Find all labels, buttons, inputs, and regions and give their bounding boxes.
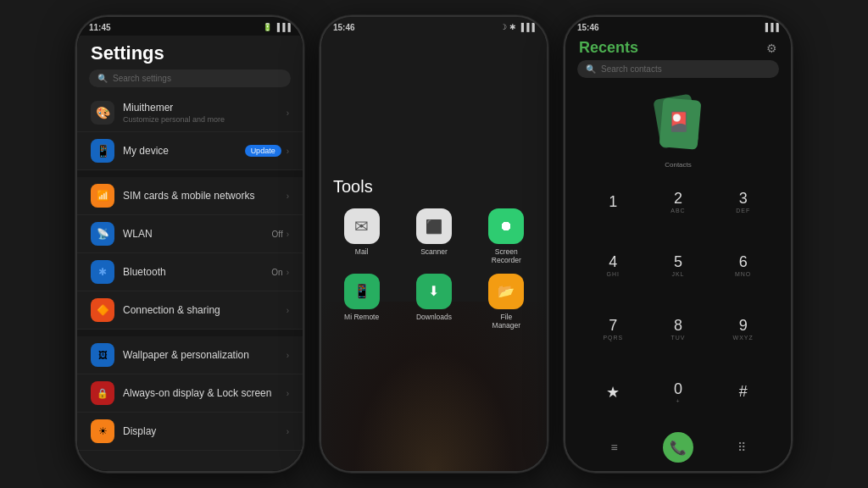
dial-hash: #	[739, 383, 748, 401]
dial-pad: 1 2 ABC 3 DEF 4 GHI 5 JKL	[565, 169, 791, 427]
bluetooth-icon: ✱	[91, 260, 114, 284]
app-item-downloads[interactable]: ⬇ Downloads	[402, 274, 465, 330]
wallpaper-text: Wallpaper & personalization	[123, 349, 287, 361]
divider-1	[77, 170, 303, 177]
file-manager-label: File Manager	[492, 313, 521, 330]
settings-item-sim[interactable]: 📶 SIM cards & mobile networks ›	[77, 177, 303, 215]
chevron-miuithemer: ›	[287, 108, 289, 118]
miuithemer-label: Miuithemer	[123, 102, 287, 114]
chevron-wallpaper: ›	[287, 351, 289, 360]
card-stack: 🎴	[653, 92, 704, 152]
dial-num-6: 6	[739, 253, 748, 271]
dial-sub-4: GHI	[607, 271, 620, 277]
search-icon: 🔍	[97, 74, 108, 83]
scanner-label: Scanner	[420, 247, 448, 256]
miuithemer-text: Miuithemer Customize personal and more	[123, 102, 287, 123]
bt-icon: ✱	[509, 23, 516, 31]
settings-item-miuithemer[interactable]: 🎨 Miuithemer Customize personal and more…	[77, 94, 303, 132]
status-bar-1: 11:45 🔋 ▐▐▐	[77, 17, 303, 36]
settings-item-wallpaper[interactable]: 🖼 Wallpaper & personalization ›	[77, 336, 303, 374]
app-item-file-manager[interactable]: 📂 File Manager	[475, 274, 538, 330]
dial-num-9: 9	[739, 317, 748, 335]
aod-icon: 🔒	[91, 381, 114, 405]
screen-recorder-icon: ⏺	[488, 208, 524, 244]
connection-icon: 🔶	[91, 298, 114, 322]
dial-key-star[interactable]: ★	[582, 362, 644, 422]
divider-2	[77, 330, 303, 336]
dial-key-1[interactable]: 1	[582, 172, 644, 232]
status-icons-1: 🔋 ▐▐▐	[263, 23, 291, 31]
dial-key-hash[interactable]: #	[712, 362, 774, 422]
dial-num-2: 2	[674, 190, 682, 208]
connection-text: Connection & sharing	[123, 304, 287, 316]
phone-tools: 15:46 ☽ ✱ ▐▐▐ Tools ✉ Mail ⬛ Scanner	[320, 15, 548, 473]
chevron-wlan: ›	[287, 230, 289, 239]
scanner-icon: ⬛	[416, 208, 452, 244]
settings-item-display[interactable]: ☀ Display ›	[77, 413, 303, 451]
battery-icon-3: ▐▐▐	[763, 23, 779, 31]
menu-button[interactable]: ≡	[599, 432, 630, 463]
dial-grid: 1 2 ABC 3 DEF 4 GHI 5 JKL	[582, 172, 774, 422]
dial-num-1: 1	[609, 193, 617, 211]
aod-label: Always-on display & Lock screen	[123, 387, 287, 399]
status-icons-3: ▐▐▐	[763, 23, 779, 31]
mi-remote-icon: 📱	[344, 274, 380, 309]
dial-key-8[interactable]: 8 TUV	[648, 299, 709, 359]
settings-item-mydevice[interactable]: 📱 My device Update ›	[77, 132, 303, 170]
settings-content: Settings 🔍 Search settings 🎨 Miuithemer …	[77, 36, 303, 471]
settings-search-bar[interactable]: 🔍 Search settings	[89, 69, 291, 87]
chevron-sim: ›	[287, 191, 289, 201]
settings-item-aod[interactable]: 🔒 Always-on display & Lock screen ›	[77, 374, 303, 413]
wlan-text: WLAN	[123, 228, 272, 240]
miuithemer-sub: Customize personal and more	[123, 115, 287, 124]
settings-title: Settings	[77, 36, 303, 69]
dial-key-5[interactable]: 5 JKL	[648, 236, 709, 296]
settings-item-bluetooth[interactable]: ✱ Bluetooth On ›	[77, 253, 303, 291]
settings-screen: 11:45 🔋 ▐▐▐ Settings 🔍 Search settings 🎨…	[77, 17, 303, 471]
dialpad-button[interactable]: ⠿	[726, 432, 757, 463]
app-item-mi-remote[interactable]: 📱 Mi Remote	[330, 274, 393, 330]
settings-item-connection[interactable]: 🔶 Connection & sharing ›	[77, 291, 303, 330]
battery-icon: 🔋	[263, 23, 272, 31]
screen-recorder-label: Screen Recorder	[492, 247, 521, 264]
dial-num-7: 7	[609, 317, 617, 335]
recents-search-bar[interactable]: 🔍 Search contacts	[577, 60, 779, 78]
app-item-screen-recorder[interactable]: ⏺ Screen Recorder	[475, 208, 538, 264]
recents-title: Recents	[579, 39, 638, 57]
dial-key-9[interactable]: 9 WXYZ	[712, 299, 774, 359]
dial-key-2[interactable]: 2 ABC	[648, 172, 709, 232]
downloads-label: Downloads	[416, 313, 452, 321]
chevron-mydevice: ›	[287, 147, 289, 156]
mail-icon: ✉	[344, 208, 380, 244]
aod-text: Always-on display & Lock screen	[123, 387, 287, 399]
display-label: Display	[123, 425, 287, 437]
app-grid: ✉ Mail ⬛ Scanner ⏺ Screen Recorder 📱 Mi …	[330, 208, 538, 330]
dial-key-7[interactable]: 7 PQRS	[582, 299, 644, 359]
app-item-mail[interactable]: ✉ Mail	[330, 208, 393, 264]
gear-icon[interactable]: ⚙	[766, 42, 777, 55]
search-placeholder: Search settings	[113, 74, 171, 83]
dial-key-6[interactable]: 6 MNO	[712, 236, 774, 296]
app-item-scanner[interactable]: ⬛ Scanner	[402, 208, 465, 264]
time-3: 15:46	[577, 23, 599, 32]
dial-star: ★	[606, 383, 620, 402]
phone-dialer: 15:46 ▐▐▐ Recents ⚙ 🔍 Search contacts 🎴	[564, 15, 793, 473]
status-bar-3: 15:46 ▐▐▐	[565, 17, 791, 36]
mydevice-text: My device	[123, 145, 245, 157]
sim-label: SIM cards & mobile networks	[123, 190, 287, 202]
dial-key-4[interactable]: 4 GHI	[582, 236, 644, 296]
dial-num-4: 4	[609, 253, 617, 271]
dial-key-3[interactable]: 3 DEF	[712, 172, 774, 232]
mi-remote-label: Mi Remote	[344, 313, 379, 321]
call-button[interactable]: 📞	[663, 432, 693, 463]
dial-num-8: 8	[674, 317, 682, 335]
dial-key-0[interactable]: 0 +	[648, 362, 709, 422]
wlan-icon: 📡	[91, 222, 114, 246]
dial-sub-3: DEF	[736, 208, 750, 214]
settings-item-wlan[interactable]: 📡 WLAN Off ›	[77, 215, 303, 253]
dial-sub-6: MNO	[735, 271, 751, 277]
status-bar-2: 15:46 ☽ ✱ ▐▐▐	[321, 17, 547, 36]
recent-cards-area: 🎴	[565, 88, 791, 156]
moon-icon: ☽	[500, 23, 507, 31]
sim-text: SIM cards & mobile networks	[123, 190, 287, 202]
